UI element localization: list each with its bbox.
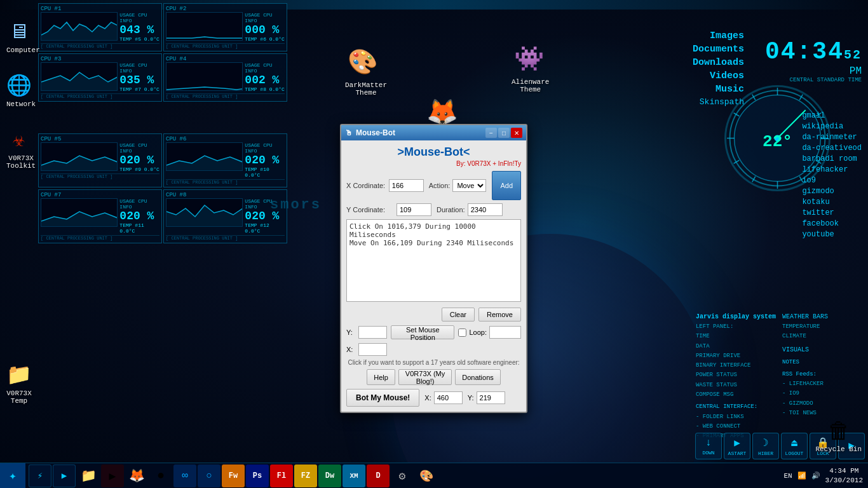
log-textarea[interactable]: Click On 1016,379 During 10000 Milisecon…	[346, 219, 521, 302]
nav-videos[interactable]: Videos	[693, 71, 744, 81]
taskbar-fl[interactable]: Fl	[270, 464, 293, 487]
cpu8-temp: TEMP #12 0.0°C	[245, 222, 285, 234]
taskbar-fz[interactable]: FZ	[294, 464, 317, 487]
dialog-close-button[interactable]: ✕	[511, 128, 522, 138]
coord-y-display: Y:	[468, 391, 505, 404]
x-pos-label: X:	[346, 346, 356, 353]
sidebar-link-kotaku[interactable]: kotaku	[802, 198, 862, 207]
sidebar-link-gizmodo[interactable]: gizmodo	[802, 187, 862, 196]
cpu5-usage: 020 %	[119, 154, 159, 166]
action-label: Action:	[429, 182, 451, 189]
cpu7-temp: TEMP #11 0.0°C	[119, 222, 159, 234]
desktop: CPU #1 USAGE CPU INFO 043 % TEMP #5 0.0°…	[0, 0, 868, 488]
sidebar-link-barbadi[interactable]: barbadi room	[802, 154, 862, 163]
cpu-monitor-5: CPU #5 USAGE CPU INFO 020 % TEMP #9 0.0°…	[38, 133, 162, 187]
loop-checkbox[interactable]	[458, 329, 466, 337]
sys-info-compose: COMPOSE MSG	[696, 390, 776, 400]
blog-button[interactable]: V0R73X (MyBlog!)	[398, 369, 452, 385]
y-pos-label: Y:	[346, 329, 355, 336]
desktop-icon-network[interactable]: 🌐 Network	[6, 73, 36, 108]
cpu2-label: CPU #2	[166, 6, 285, 12]
xcord-input[interactable]	[389, 179, 424, 192]
sidebar-link-wikipedia[interactable]: wikipedia	[802, 122, 862, 131]
y-pos-input[interactable]	[358, 326, 387, 339]
coord-x-display: X:	[424, 391, 462, 404]
taskbar-dos[interactable]: D	[367, 464, 390, 487]
taskbar-mediaplayer[interactable]: ▶	[101, 464, 124, 487]
desktop-icon-computer[interactable]: 🖥 Computer	[6, 19, 40, 54]
dialog-minimize-button[interactable]: −	[485, 128, 497, 138]
desktop-icon-alienware[interactable]: 👾 AlienwareTheme	[512, 41, 549, 93]
duration-input[interactable]	[468, 203, 503, 216]
visuals-label: VISUALS	[782, 344, 865, 355]
sys-btn-down[interactable]: ↓ DOWN	[695, 433, 722, 459]
loop-input[interactable]	[489, 326, 521, 339]
clock-ampm: PM	[765, 65, 862, 77]
sys-btn-astart[interactable]: ▶ ASTART	[724, 433, 750, 459]
bot-button[interactable]: Bot My Mouse!	[346, 389, 419, 407]
x-pos-input[interactable]	[358, 343, 387, 356]
mousebot-dialog: 🖱 Mouse-Bot − □ ✕ >Mouse-Bot< By: V0R73X…	[340, 124, 527, 413]
sidebar-link-io9[interactable]: io9	[802, 176, 862, 185]
dialog-titlebar: 🖱 Mouse-Bot − □ ✕	[341, 125, 526, 140]
taskbar-ps[interactable]: Ps	[246, 464, 269, 487]
coord-y-input[interactable]	[477, 391, 505, 404]
sidebar-link-twitter[interactable]: twitter	[802, 208, 862, 217]
sidebar-link-facebook[interactable]: facebook	[802, 219, 862, 228]
nav-downloads[interactable]: Downloads	[693, 57, 744, 68]
taskbar-firefox[interactable]: 🦊	[125, 464, 148, 487]
sys-btn-logout[interactable]: ⏏ LOGOUT	[781, 433, 808, 459]
clear-button[interactable]: Clear	[442, 308, 475, 322]
desktop-icon-toolkit[interactable]: ☣ V0R73X Toolkit	[6, 127, 36, 170]
taskbar-folder[interactable]: 📁	[77, 464, 100, 487]
loop-label: Loop:	[469, 329, 487, 336]
donations-button[interactable]: Donations	[455, 369, 501, 385]
taskbar-settings[interactable]: ⚙	[391, 464, 414, 487]
recycle-bin[interactable]: 🗑 Recycle Bin	[815, 417, 862, 453]
set-pos-button[interactable]: Set Mouse Position	[391, 325, 454, 339]
taskbar-xm[interactable]: XM	[342, 464, 365, 487]
taskbar-cmd[interactable]: ⚡	[29, 464, 51, 487]
coord-x-input[interactable]	[434, 391, 463, 404]
sys-btn-hiber[interactable]: ☽ HIBER	[752, 433, 779, 459]
loop-row: Loop:	[458, 326, 521, 339]
desktop-icon-v0r73x-temp[interactable]: 📁 V0R73X Temp	[6, 362, 32, 405]
rss-gizmodo: - GIZMODO	[782, 399, 865, 409]
taskbar-network[interactable]: ○	[198, 464, 220, 487]
rss-io9: - IO9	[782, 389, 865, 398]
help-button[interactable]: Help	[367, 369, 395, 385]
taskbar: ✦ ⚡ ▶ 📁 ▶ 🦊 ● ∞ ○ Fw Ps Fl FZ Dw XM D ⚙ …	[0, 463, 868, 488]
taskbar-fw[interactable]: Fw	[222, 464, 245, 487]
ycord-input[interactable]	[397, 203, 431, 216]
sys-info-primary-drive: PRIMARY DRIVE	[696, 351, 776, 361]
sidebar-link-gmail[interactable]: gmail	[802, 111, 862, 120]
temperature-label: TEMPERATURE	[782, 322, 865, 332]
nav-documents[interactable]: Documents	[693, 44, 744, 55]
add-button[interactable]: Add	[492, 171, 521, 200]
taskbar-sound-icon: 🔊	[811, 471, 820, 480]
taskbar-terminal[interactable]: ▶	[53, 464, 76, 487]
taskbar-app1[interactable]: ∞	[173, 464, 196, 487]
remove-button[interactable]: Remove	[478, 308, 521, 322]
sys-info-webconnect: - WEB CONNECT	[696, 422, 776, 431]
sys-info-central: CENTRAL INTERFACE:	[696, 402, 776, 412]
desktop-icon-darkmatter[interactable]: 🎨 DarkMatterTheme	[345, 44, 387, 97]
sidebar-link-youtube[interactable]: youtube	[802, 230, 862, 239]
sys-info-panel: Jarvis display system LEFT PANEL: TIME D…	[696, 311, 776, 442]
taskbar-dw[interactable]: Dw	[318, 464, 341, 487]
ycord-label: Y Cordinate:	[346, 206, 394, 214]
sidebar-link-dacreativeod[interactable]: da-creativeod	[802, 144, 862, 152]
taskbar-chrome[interactable]: ●	[149, 464, 172, 487]
cpu-monitor-2: CPU #2 USAGE CPU INFO 000 % TEMP #6 0.0°…	[163, 3, 287, 51]
cpu3-temp: TEMP #7 0.0°C	[119, 86, 159, 92]
cpu8-footer: [ CENTRAL PROCESSING UNIT ]	[166, 235, 285, 241]
action-select[interactable]: Move Click	[452, 179, 486, 192]
bot-row: Bot My Mouse! X: Y:	[346, 389, 521, 407]
sidebar-link-darainmeter[interactable]: da-rainmeter	[802, 133, 862, 142]
dialog-maximize-button[interactable]: □	[498, 128, 510, 138]
taskbar-paint[interactable]: 🎨	[415, 464, 438, 487]
sidebar-link-lifehacker[interactable]: lifehacker	[802, 165, 862, 174]
start-button[interactable]: ✦	[0, 463, 25, 489]
nav-images[interactable]: Images	[693, 30, 744, 41]
clock-display: 04:3452	[765, 38, 862, 65]
